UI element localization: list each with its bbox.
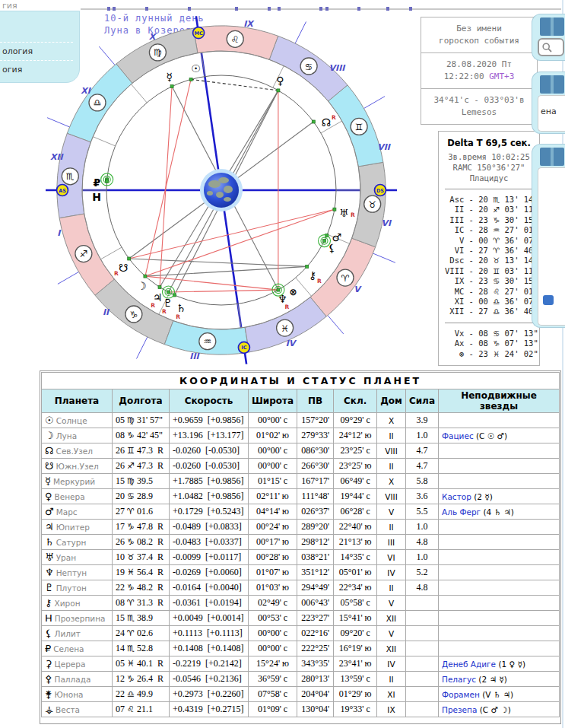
house-cusp-line	[58, 272, 79, 284]
sign-glyph: ♑	[493, 216, 500, 224]
fixed-star-cell	[438, 413, 559, 428]
planet-south-node-icon[interactable]: ☋	[119, 262, 128, 274]
cusp-row-V: V - 00 ♈ 36' 07"	[439, 236, 539, 246]
panel-header-blocks[interactable]	[540, 148, 564, 166]
speed-cell: +1.0482 [+0.9856]	[170, 489, 249, 504]
planet-venus-icon[interactable]: ♀	[276, 75, 284, 87]
retrograde-mark-neptune: R	[284, 304, 289, 310]
fixed-star-cell: Кастор (2 ☿)	[438, 489, 559, 504]
sign-glyph: ♑	[493, 339, 500, 348]
planet-lilith-icon[interactable]: ⚸	[328, 242, 335, 254]
sign-glyph: ♎	[493, 297, 500, 306]
house-cusp-line	[373, 253, 395, 262]
aspect-pluto-neptune	[169, 290, 278, 292]
latitude-cell: 01°07' ю	[249, 565, 297, 580]
event-datetime-section[interactable]: 28.08.2020 Пт 12:22:00 GMT+3	[421, 52, 537, 88]
fixed-star-link[interactable]: Фациес	[442, 431, 474, 440]
fixed-star-cell	[438, 565, 559, 580]
sidereal-time: Зв.время 10:02:25	[439, 151, 539, 162]
planet-name: Сатурн	[56, 538, 87, 547]
declination-cell: 15°41' ю	[334, 611, 377, 626]
planet-cell: ⚳Церера	[42, 656, 113, 672]
house-cusp-line	[328, 316, 344, 334]
column-header[interactable]: Дом	[377, 389, 406, 413]
panel-header-blocks[interactable]	[540, 17, 564, 36]
longitude-cell: 05 ♍ 31' 57"	[113, 413, 170, 428]
small-blue-button[interactable]	[543, 295, 554, 305]
longitude-cell: 26 ♊ 47.3 R	[113, 443, 170, 459]
fixed-star-link[interactable]: Денеб Адиге	[442, 660, 496, 669]
planet-north-node-icon[interactable]: ☊	[322, 116, 331, 129]
latitude-cell: 02°49' с	[249, 596, 297, 611]
divider	[445, 323, 533, 323]
column-header[interactable]: Планета	[42, 389, 113, 413]
house-cell: V	[377, 504, 406, 520]
planet-saturn-icon[interactable]: ♄	[176, 302, 186, 314]
house-cell: XII	[377, 641, 406, 656]
fixed-star-link[interactable]: Форамен	[442, 690, 480, 699]
cusp-row-Dsc: Dsc - 20 ♉ 13' 14"	[439, 256, 539, 265]
event-location-section[interactable]: 34°41'с - 033°03'в Lemesos	[421, 88, 537, 124]
house-cell: X	[377, 413, 406, 428]
column-header[interactable]: Сила	[405, 389, 438, 413]
planet-dot-jupiter	[158, 286, 161, 289]
planet-proserpina-icon[interactable]: H	[92, 191, 101, 203]
declination-cell: 09°29' с	[334, 413, 377, 428]
natal-chart-wheel[interactable]: ♈♉♊♋♌♍♎♏♐♑♒♓☉☽☿♀♂♃R♄R♅R♆R♇R☊R☋R⚷R⚸₽H⊗ASD…	[0, 0, 422, 370]
column-header[interactable]: ПВ	[297, 389, 334, 413]
longitude-cell: 05 ♓ 40.1 R	[113, 656, 170, 672]
planet-cell: ⚴Паллада	[42, 672, 113, 687]
longitude-cell: 27 ♈ 01.6	[113, 504, 170, 520]
declination-cell: 21°13' ю	[334, 535, 377, 550]
clipped-text-area[interactable]: ена	[538, 95, 565, 132]
power-cell	[405, 687, 438, 702]
planet-selena-icon[interactable]: ₽	[93, 176, 100, 189]
power-cell: 3.9	[405, 413, 438, 428]
fixed-star-link[interactable]: Презепа	[442, 705, 477, 714]
panel-header-blocks[interactable]	[540, 75, 564, 94]
event-coordinates: 34°41'с - 033°03'в	[423, 94, 535, 106]
longitude-cell: 19 ♓ 56.4 R	[113, 565, 170, 580]
table-row-north-node: ☊Сев.Узел26 ♊ 47.3 R-0.0260 [-0.0530]00°…	[42, 443, 560, 459]
column-header[interactable]: Скл.	[334, 389, 377, 413]
venus-icon: ♀	[45, 491, 52, 502]
column-header[interactable]: Скорость	[170, 389, 249, 413]
planet-sun-icon[interactable]: ☉	[191, 62, 201, 75]
table-row-pluto: ♇Плутон22 ♑ 48.2 R-0.0164 [+0.0040]01°03…	[42, 580, 560, 596]
planet-fortune-icon[interactable]: ⊗	[289, 287, 297, 297]
fixed-star-link[interactable]: Пелагус	[442, 675, 476, 684]
planet-mercury-icon[interactable]: ☿	[167, 71, 173, 83]
sign-glyph: ♋	[493, 329, 500, 338]
neptune-icon: ♆	[45, 567, 54, 578]
column-header[interactable]: Широта	[249, 389, 297, 413]
planet-dot-lilith	[323, 240, 326, 243]
cusp-row-VI: VI - 27 ♈ 36' 40"	[439, 246, 539, 256]
planet-chiron-icon[interactable]: ⚷	[309, 269, 316, 281]
latitude-cell: 00°53' с	[249, 611, 297, 626]
house-label-IV: IV	[286, 339, 297, 348]
column-header[interactable]: Долгота	[113, 389, 170, 413]
longitude-cell: 26 ♑ 08.2 R	[113, 535, 170, 550]
declination-cell: 06°28' с	[334, 504, 377, 520]
event-name-section[interactable]: Без имени гороскоп события	[421, 17, 537, 52]
fixed-star-link[interactable]: Кастор	[442, 492, 471, 501]
sign-glyph: ♊	[493, 267, 500, 275]
longitude-cell: 12 ♑ 26.4 R	[113, 672, 170, 687]
event-type: гороскоп события	[423, 35, 535, 47]
speed-cell: +0.9659 [+0.9856]	[170, 413, 249, 428]
cancer-icon: ♋	[305, 62, 313, 72]
planet-dot-uranus	[333, 208, 336, 211]
planet-cell: ♃Юпитер	[42, 520, 113, 535]
table-row-pallas: ⚴Паллада12 ♑ 26.4 R-0.0546 [+0.2136]36°5…	[42, 672, 560, 687]
event-name: Без имени	[423, 23, 535, 35]
planet-uranus-icon[interactable]: ♅	[339, 207, 349, 219]
mars-icon: ♂	[45, 506, 54, 517]
fixed-star-link[interactable]: Аль Ферг	[442, 507, 481, 517]
fixed-star-cell: Форамен (V ♄ ♃)	[438, 687, 559, 702]
search-input[interactable]	[538, 38, 564, 56]
planet-moon-icon[interactable]: ☽	[137, 280, 147, 292]
longitude-cell: 15 ♍ 39.5	[113, 474, 170, 489]
table-header-row: ПланетаДолготаСкоростьШиротаПВСкл.ДомСил…	[42, 389, 560, 413]
column-header[interactable]: Неподвижные звезды	[438, 389, 559, 413]
latitude-cell: 00°00' с	[249, 413, 297, 428]
